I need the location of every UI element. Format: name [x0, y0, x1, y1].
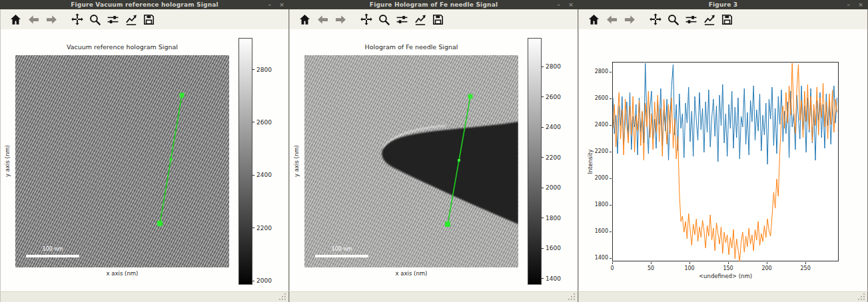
pan-icon: [649, 13, 662, 26]
figure-canvas[interactable]: 1400160018002000220024002600280005010015…: [578, 29, 868, 291]
colorbar-tick: 2800: [252, 67, 272, 73]
desktop: Figure Vacuum reference hologram Signal …: [0, 0, 868, 302]
toolbar-back-button[interactable]: [603, 11, 621, 28]
toolbar-back-button[interactable]: [314, 11, 332, 28]
toolbar-zoom-button[interactable]: [375, 11, 393, 28]
toolbar-zoom-button[interactable]: [86, 11, 104, 28]
zoom-icon: [89, 13, 101, 26]
line-roi[interactable]: [304, 55, 518, 267]
scalebar: [26, 255, 79, 257]
roi-handle-mid[interactable]: [458, 159, 460, 162]
toolbar-customize-button[interactable]: [700, 11, 718, 28]
y-axis-label: y axis (nm): [4, 145, 11, 177]
pan-icon: [71, 13, 84, 26]
sliders-icon: [107, 13, 119, 26]
colorbar-tick: 2000: [542, 184, 561, 191]
close-button[interactable]: ×: [568, 0, 574, 9]
save-icon: [721, 13, 733, 26]
roi-handle-bottom[interactable]: [445, 222, 450, 227]
window-title: Figure 3: [709, 1, 738, 8]
toolbar-zoom-button[interactable]: [664, 11, 682, 28]
close-button[interactable]: ×: [858, 0, 863, 9]
window-title: Figure Vacuum reference hologram Signal: [71, 1, 218, 8]
series-line: [613, 63, 837, 261]
toolbar-back-button[interactable]: [25, 11, 43, 28]
colorbar-tick: 1400: [542, 275, 561, 282]
forward-icon: [624, 13, 636, 26]
x-axis-label: x axis (nm): [304, 270, 518, 277]
toolbar-home-button[interactable]: [296, 11, 314, 28]
toolbar-customize-button[interactable]: [411, 11, 429, 28]
status-bar: [289, 291, 578, 302]
toolbar-forward-button[interactable]: [621, 11, 639, 28]
toolbar-pan-button[interactable]: [68, 11, 86, 28]
minimize-button[interactable]: –: [558, 0, 561, 9]
colorbar-tick: 2400: [542, 124, 561, 130]
minimize-button[interactable]: –: [847, 0, 851, 9]
toolbar-pan-button[interactable]: [646, 11, 664, 28]
colorbar-tick: 2200: [252, 225, 272, 231]
hologram-image-vacuum[interactable]: 100 nm: [15, 55, 229, 267]
roi-handle-top[interactable]: [180, 93, 185, 98]
x-tick-label: 100: [678, 265, 701, 271]
toolbar-sliders-button[interactable]: [393, 11, 411, 28]
x-axis-label: x axis (nm): [15, 270, 229, 277]
close-button[interactable]: ×: [279, 0, 284, 9]
toolbar-customize-button[interactable]: [122, 11, 140, 28]
toolbar-pan-button[interactable]: [357, 11, 375, 28]
pan-icon: [360, 13, 373, 26]
resize-grip[interactable]: [280, 294, 286, 300]
resize-grip[interactable]: [859, 294, 865, 300]
home-icon: [298, 13, 311, 26]
matplotlib-toolbar: [289, 9, 578, 29]
forward-icon: [45, 13, 58, 26]
colorbar-tick: 2600: [542, 94, 561, 100]
intensity-profile-plot[interactable]: [612, 62, 839, 261]
toolbar-home-button[interactable]: [585, 11, 603, 28]
colorbar: [528, 38, 542, 285]
matplotlib-toolbar: [0, 9, 289, 29]
window-vacuum-reference: Figure Vacuum reference hologram Signal …: [0, 0, 289, 302]
colorbar-ticks: 28002600240022002000180016001400: [542, 38, 572, 285]
minimize-button[interactable]: –: [268, 0, 272, 9]
matplotlib-toolbar: [578, 9, 868, 29]
back-icon: [27, 13, 40, 26]
toolbar-forward-button[interactable]: [332, 11, 350, 28]
x-tick-label: 150: [717, 265, 739, 271]
toolbar-sliders-button[interactable]: [682, 11, 700, 28]
toolbar-save-button[interactable]: [718, 11, 736, 28]
scalebar-label: 100 nm: [315, 246, 368, 252]
figure-canvas[interactable]: Vacuum reference hologram Signal 100 nm …: [0, 29, 289, 291]
plot-title: Vacuum reference hologram Signal: [15, 43, 229, 51]
x-tick-label: 200: [755, 265, 778, 271]
window-figure-3: Figure 3 – × 140016001800200022002400260…: [578, 0, 868, 302]
line-roi[interactable]: [15, 55, 229, 267]
toolbar-forward-button[interactable]: [43, 11, 61, 28]
roi-handle-top[interactable]: [468, 94, 473, 99]
hologram-image-needle[interactable]: 100 nm: [304, 55, 518, 267]
toolbar-sliders-button[interactable]: [104, 11, 122, 28]
colorbar-tick: 2400: [252, 172, 272, 178]
roi-handle-mid[interactable]: [170, 158, 173, 161]
titlebar[interactable]: Figure 3 – ×: [578, 0, 868, 9]
home-icon: [588, 13, 600, 26]
roi-handle-bottom[interactable]: [157, 221, 163, 226]
toolbar-save-button[interactable]: [429, 11, 447, 28]
titlebar[interactable]: Figure Vacuum reference hologram Signal …: [0, 0, 289, 9]
customize-icon: [125, 13, 138, 26]
colorbar-tick: 2200: [542, 154, 561, 161]
colorbar-tick: 1600: [542, 245, 561, 251]
y-tick-label: 2200: [579, 148, 608, 154]
y-tick-label: 1600: [579, 228, 608, 234]
sliders-icon: [396, 13, 408, 26]
y-tick-label: 1800: [579, 202, 608, 208]
titlebar[interactable]: Figure Hologram of Fe needle Signal – ×: [289, 0, 578, 9]
colorbar: [238, 38, 252, 285]
figure-canvas[interactable]: Hologram of Fe needle Signal 100 nm y: [289, 29, 578, 291]
y-axis-label: Intensity: [587, 150, 594, 174]
back-icon: [606, 13, 618, 26]
toolbar-home-button[interactable]: [7, 11, 25, 28]
resize-grip[interactable]: [569, 294, 575, 300]
toolbar-save-button[interactable]: [140, 11, 158, 28]
back-icon: [316, 13, 329, 26]
